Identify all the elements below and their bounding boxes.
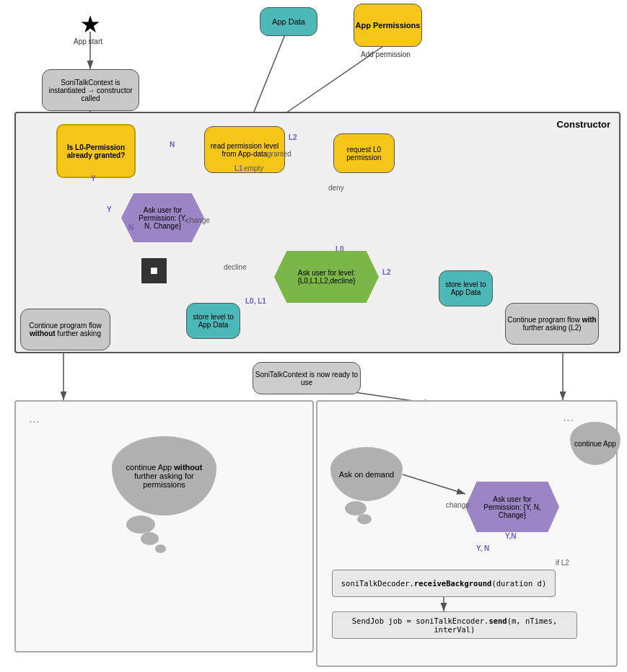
- edge-l1-label: L1: [234, 164, 243, 172]
- sonitalk-ready-label: SoniTalkContext is now ready to use: [253, 371, 360, 386]
- add-permission-label: Add permission: [361, 50, 411, 58]
- edge-change2-label: change: [446, 501, 470, 509]
- ask-on-demand-label: Ask on demand: [339, 470, 394, 479]
- cloud-bubble-3: [155, 544, 166, 553]
- cloud-bubble-2: [141, 532, 159, 545]
- edge-empty-label: empty: [244, 164, 263, 172]
- send-job-label: SendJob job = soniTalkEncoder.send(m, nT…: [333, 616, 576, 634]
- is-l0-permission-node: Is L0-Permission already granted?: [56, 124, 136, 178]
- continue-without-label: Continue program flow without further as…: [21, 322, 110, 337]
- edge-l2b-label: L2: [382, 268, 391, 276]
- ask-user-permission2-node: Ask user for Permission: {Y, N, Change}: [465, 482, 559, 532]
- ask-user-level-node: Ask user for level: {L0,L1,L2,decline}: [274, 251, 379, 303]
- camera-icon-node: ■: [141, 258, 167, 283]
- continue-app-cloud-right-label: continue App: [574, 440, 616, 448]
- request-l0-node: request L0 permission: [333, 133, 395, 173]
- cloud-bubble-1: [126, 516, 155, 534]
- right-dots: ...: [563, 410, 574, 425]
- app-data-label: App Data: [272, 17, 305, 26]
- edge-n2-label: N: [128, 224, 133, 231]
- edge-yn2-label: Y, N: [476, 544, 489, 552]
- ask-user-level-label: Ask user for level: {L0,L1,L2,decline}: [274, 269, 379, 285]
- receive-background-node: soniTalkDecoder.receiveBackground(durati…: [332, 570, 556, 597]
- edge-l2-label: L2: [289, 133, 297, 141]
- left-dots: ...: [29, 411, 40, 426]
- edge-n-label: N: [170, 141, 175, 149]
- edge-y2-label: Y: [107, 205, 112, 213]
- diagram: App Data App Permissions Add permission …: [0, 0, 627, 672]
- store-level-right-node: store level to App Data: [439, 270, 493, 306]
- camera-icon: ■: [150, 263, 158, 278]
- edge-change-label: change: [186, 216, 210, 224]
- start-star: ★: [81, 13, 99, 37]
- edge-decline-label: decline: [224, 263, 247, 271]
- app-permissions-label: App Permissions: [356, 21, 421, 30]
- edge-deny-label: deny: [328, 184, 344, 192]
- edge-granted-label: granted: [267, 150, 291, 158]
- edge-yn-label: Y,N: [505, 532, 517, 540]
- sonitalk-ready-node: SoniTalkContext is now ready to use: [253, 362, 361, 394]
- app-start-label: App start: [74, 37, 102, 45]
- receive-background-label: soniTalkDecoder.receiveBackground(durati…: [341, 579, 546, 588]
- store-level-left-node: store level to App Data: [186, 303, 240, 339]
- app-permissions-node: App Permissions: [354, 4, 422, 47]
- sonitalk-context-node: SoniTalkContext is instantiated → constr…: [42, 69, 139, 111]
- edge-l0l1-label: L0, L1: [245, 297, 266, 305]
- continue-with-node: Continue program flow with further askin…: [505, 303, 599, 345]
- store-level-left-label: store level to App Data: [187, 313, 240, 329]
- sonitalk-context-label: SoniTalkContext is instantiated → constr…: [43, 79, 139, 102]
- edge-ifl2b-label: if L2: [556, 559, 569, 567]
- cloud-bubble-4: [345, 501, 367, 516]
- continue-app-cloud-left-label: continue App without further asking for …: [119, 463, 209, 489]
- constructor-title: Constructor: [557, 119, 610, 130]
- ask-user-permission2-label: Ask user for Permission: {Y, N, Change}: [465, 495, 559, 519]
- request-l0-label: request L0 permission: [334, 146, 394, 162]
- cloud-bubble-5: [357, 514, 372, 524]
- store-level-right-label: store level to App Data: [439, 280, 492, 296]
- is-l0-label: Is L0-Permission already granted?: [58, 143, 134, 159]
- send-job-node: SendJob job = soniTalkEncoder.send(m, nT…: [332, 611, 577, 639]
- edge-y-label: Y: [91, 174, 96, 182]
- continue-with-label: Continue program flow with further askin…: [506, 316, 598, 332]
- app-data-node: App Data: [260, 7, 317, 36]
- continue-without-node: Continue program flow without further as…: [20, 309, 110, 350]
